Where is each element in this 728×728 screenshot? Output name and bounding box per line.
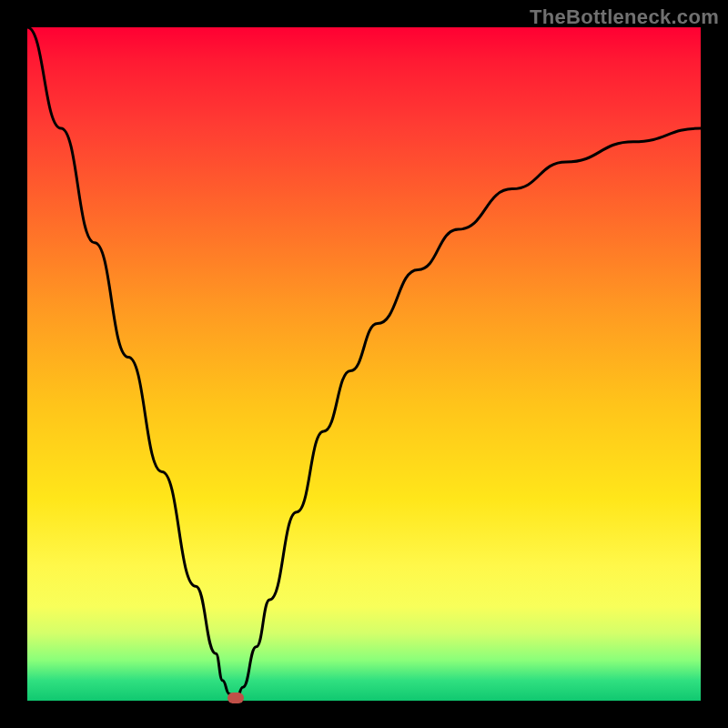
plot-area: [27, 27, 701, 701]
chart-container: TheBottleneck.com: [0, 0, 728, 728]
minimum-marker: [228, 693, 244, 703]
attribution-text: TheBottleneck.com: [530, 5, 719, 29]
bottleneck-curve: [27, 27, 701, 701]
curve-svg: [27, 27, 701, 701]
